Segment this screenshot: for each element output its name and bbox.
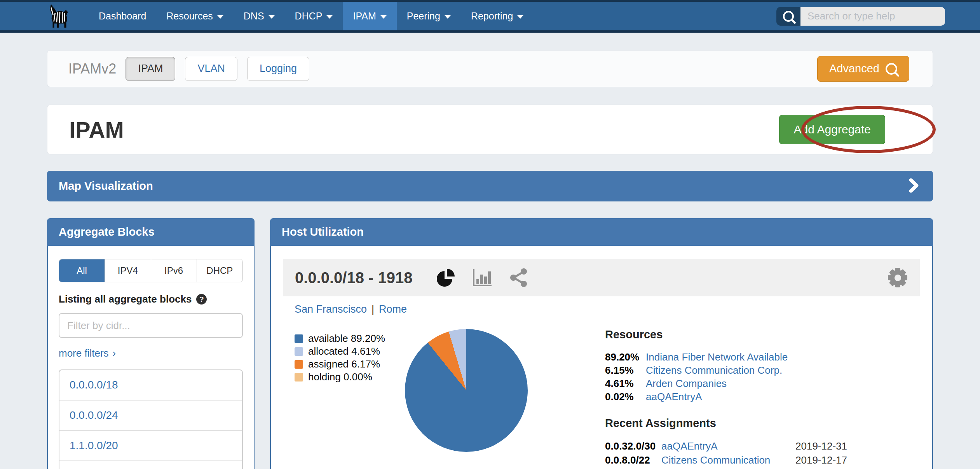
share-icon[interactable] <box>509 268 528 287</box>
grid-icon[interactable] <box>545 269 567 287</box>
chevron-down-icon <box>517 15 523 19</box>
legend-swatch <box>295 360 303 369</box>
nav-item-label: DNS <box>244 10 264 22</box>
assignment-date: 2019-12-31 <box>795 439 970 453</box>
zebra-logo[interactable] <box>45 4 73 29</box>
chevron-down-icon <box>326 15 333 19</box>
view-switcher <box>436 268 567 288</box>
resource-link[interactable]: aaQAEntryA <box>646 390 924 403</box>
resource-percent: 0.02% <box>605 390 646 403</box>
section-title: IPAMv2 <box>68 61 116 77</box>
ipamv2-toolbar: IPAMv2 IPAM VLAN Logging Advanced <box>47 50 933 87</box>
nav-item-dns[interactable]: DNS <box>234 2 285 30</box>
legend-item: assigned 6.17% <box>295 358 385 371</box>
nav-item-label: Dashboard <box>99 10 146 22</box>
map-visualization-toggle[interactable]: Map Visualization <box>47 171 933 201</box>
aggregate-blocks-body: All IPV4 IPv6 DHCP Listing all aggregate… <box>47 246 255 469</box>
legend-label: holding 0.00% <box>308 371 372 383</box>
assignment-link[interactable]: Citizens Communication Corp. <box>661 453 795 469</box>
aggregate-blocks-header: Aggregate Blocks <box>47 218 255 246</box>
list-item[interactable]: 0.0.0.0/18 <box>59 370 242 400</box>
resource-link[interactable]: Arden Companies <box>646 377 924 390</box>
recent-assignments-section: Recent Assignments 0.0.32.0/30 aaQAEntry… <box>605 417 970 469</box>
filter-ipv4[interactable]: IPV4 <box>105 259 150 282</box>
legend-label: assigned 6.17% <box>308 358 380 370</box>
legend-label: available 89.20% <box>308 332 385 345</box>
assignment-cidr: 0.0.32.0/30 <box>605 439 661 453</box>
help-icon[interactable]: ? <box>196 294 207 304</box>
chevron-down-icon <box>269 15 275 19</box>
nav-item-resources[interactable]: Resources <box>156 2 234 30</box>
advanced-search-button[interactable]: Advanced <box>817 56 909 82</box>
listing-label-text: Listing all aggregate blocks <box>59 293 192 305</box>
recent-assignments-heading: Recent Assignments <box>605 417 970 430</box>
list-item[interactable]: 1.1.0.0/24 <box>59 460 242 469</box>
chevron-right-icon <box>909 178 919 194</box>
filter-ipv6[interactable]: IPv6 <box>151 259 197 282</box>
resource-link[interactable]: Citizens Communication Corp. <box>646 364 924 377</box>
assignment-cidr: 0.0.8.0/22 <box>605 453 661 469</box>
nav-item-dhcp[interactable]: DHCP <box>285 2 343 30</box>
table-row: 4.61% Arden Companies <box>605 377 924 390</box>
location-link[interactable]: San Franscisco <box>295 303 367 315</box>
nav-item-dashboard[interactable]: Dashboard <box>89 2 156 30</box>
page-title: IPAM <box>69 117 124 143</box>
location-links: San Franscisco|Rome <box>295 303 407 315</box>
resource-percent: 4.61% <box>605 377 646 390</box>
nav-item-label: DHCP <box>295 10 323 22</box>
map-visualization-label: Map Visualization <box>59 180 153 192</box>
table-row: 0.0.8.0/22 Citizens Communication Corp. … <box>605 453 970 469</box>
nav-item-reporting[interactable]: Reporting <box>461 2 534 30</box>
search-input[interactable] <box>800 7 945 26</box>
chevron-down-icon <box>445 15 451 19</box>
pie-chart-icon[interactable] <box>436 268 455 288</box>
legend-swatch <box>295 373 303 382</box>
chevron-down-icon <box>380 15 387 19</box>
nav-item-peering[interactable]: Peering <box>397 2 461 30</box>
more-filters-label: more filters <box>59 347 109 359</box>
cidr-filter-input[interactable] <box>59 313 243 338</box>
location-link[interactable]: Rome <box>379 303 407 315</box>
assignment-link[interactable]: aaQAEntryA <box>661 439 795 453</box>
tab-ipam[interactable]: IPAM <box>126 57 175 81</box>
host-utilization-header: Host Utilization <box>270 218 933 246</box>
add-aggregate-button[interactable]: Add Aggregate <box>779 115 885 144</box>
nav-item-ipam[interactable]: IPAM <box>343 2 396 30</box>
filter-all[interactable]: All <box>59 259 105 282</box>
nav-item-label: Reporting <box>471 10 513 22</box>
resources-section: Resources 89.20% Indiana Fiber Network A… <box>605 328 924 403</box>
resources-heading: Resources <box>605 328 924 341</box>
list-item[interactable]: 1.1.0.0/20 <box>59 430 242 460</box>
legend-item: holding 0.00% <box>295 371 385 383</box>
host-utilization-panel: Host Utilization 0.0.0.0/18 - 1918 <box>270 218 933 469</box>
tab-vlan[interactable]: VLAN <box>185 57 237 81</box>
legend-swatch <box>295 347 303 356</box>
list-item[interactable]: 0.0.0.0/24 <box>59 400 242 430</box>
ipam-page: Dashboard Resources DNS DHCP IPAM Peerin… <box>0 0 980 469</box>
table-row: 89.20% Indiana Fiber Network Available <box>605 350 924 364</box>
resource-percent: 89.20% <box>605 350 646 364</box>
gear-icon[interactable] <box>888 268 907 287</box>
utilization-pie-chart <box>405 329 528 452</box>
filter-dhcp[interactable]: DHCP <box>197 259 242 282</box>
search-icon <box>886 63 897 75</box>
assignment-date: 2019-12-17 <box>795 453 970 469</box>
tab-logging[interactable]: Logging <box>247 57 309 81</box>
more-filters-link[interactable]: more filters› <box>59 347 116 359</box>
table-row: 0.02% aaQAEntryA <box>605 390 924 403</box>
resource-link[interactable]: Indiana Fiber Network Available <box>646 350 924 364</box>
search-icon[interactable] <box>776 7 800 26</box>
nav-item-label: IPAM <box>353 10 376 22</box>
listing-label: Listing all aggregate blocks ? <box>59 293 243 305</box>
advanced-label: Advanced <box>829 62 879 75</box>
legend-item: available 89.20% <box>295 332 385 345</box>
legend-label: allocated 4.61% <box>308 345 380 357</box>
aggregate-block-list: 0.0.0.0/18 0.0.0.0/24 1.1.0.0/20 1.1.0.0… <box>59 369 243 469</box>
nav-menu: Dashboard Resources DNS DHCP IPAM Peerin… <box>89 2 534 30</box>
nav-item-label: Resources <box>166 10 213 22</box>
table-row: 6.15% Citizens Communication Corp. <box>605 364 924 377</box>
ipam-header-panel: IPAM Add Aggregate <box>47 105 933 154</box>
bar-chart-icon[interactable] <box>472 268 492 287</box>
chevron-right-icon: › <box>113 347 116 359</box>
nav-item-label: Peering <box>407 10 440 22</box>
